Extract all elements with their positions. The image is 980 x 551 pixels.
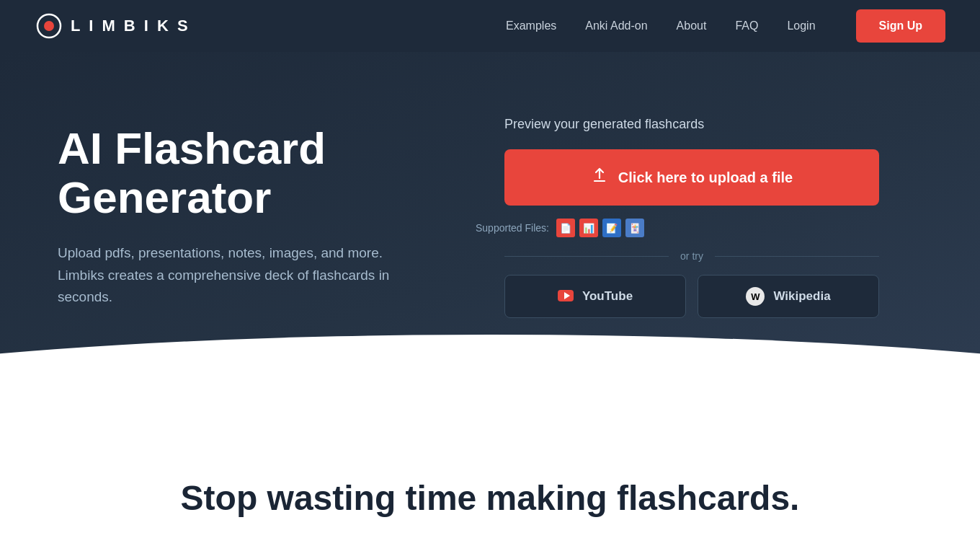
upload-button[interactable]: Click here to upload a file — [504, 149, 879, 206]
upload-text: Click here to upload a file — [618, 169, 793, 186]
wikipedia-button[interactable]: W Wikipedia — [698, 275, 879, 318]
wikipedia-label: Wikipedia — [773, 289, 830, 304]
divider-line-right — [715, 256, 879, 257]
section2-title: Stop wasting time making flashcards. — [58, 477, 922, 519]
divider-text: or try — [680, 250, 703, 262]
hero-title: AI Flashcard Generator — [58, 124, 476, 222]
ppt-icon: 📊 — [579, 219, 598, 237]
anki-icon: 🃏 — [625, 219, 644, 237]
signup-button[interactable]: Sign Up — [856, 9, 945, 43]
supported-label: Supported Files: — [476, 222, 549, 234]
source-buttons: YouTube W Wikipedia — [504, 275, 879, 318]
hero-left: AI Flashcard Generator Upload pdfs, pres… — [58, 110, 476, 309]
hero-section: AI Flashcard Generator Upload pdfs, pres… — [0, 52, 980, 420]
upload-icon — [591, 167, 608, 188]
divider: or try — [504, 250, 879, 262]
supported-files: Supported Files: 📄 📊 📝 🃏 — [476, 219, 644, 237]
word-icon: 📝 — [602, 219, 621, 237]
youtube-button[interactable]: YouTube — [504, 275, 686, 318]
nav-link-examples[interactable]: Examples — [506, 19, 556, 32]
section2: Stop wasting time making flashcards. Upl… — [0, 420, 980, 551]
hero-right: Preview your generated flashcards Click … — [476, 110, 908, 318]
youtube-icon — [558, 288, 574, 305]
youtube-label: YouTube — [582, 289, 633, 304]
nav-link-anki[interactable]: Anki Add-on — [585, 19, 647, 32]
svg-point-1 — [44, 21, 54, 31]
hero-subtitle: Upload pdfs, presentations, notes, image… — [58, 242, 404, 308]
nav-link-faq[interactable]: FAQ — [735, 19, 758, 32]
divider-line-left — [504, 256, 669, 257]
pdf-icon: 📄 — [556, 219, 575, 237]
nav-links: Examples Anki Add-on About FAQ Login Sig… — [506, 9, 945, 43]
preview-title: Preview your generated flashcards — [504, 117, 704, 132]
wikipedia-icon: W — [746, 287, 765, 306]
login-button[interactable]: Login — [787, 19, 815, 32]
file-icons: 📄 📊 📝 🃏 — [556, 219, 644, 237]
logo[interactable]: L I M B I K S — [35, 12, 190, 40]
nav-link-about[interactable]: About — [677, 19, 707, 32]
navigation: L I M B I K S Examples Anki Add-on About… — [0, 0, 980, 52]
logo-text: L I M B I K S — [71, 17, 190, 35]
